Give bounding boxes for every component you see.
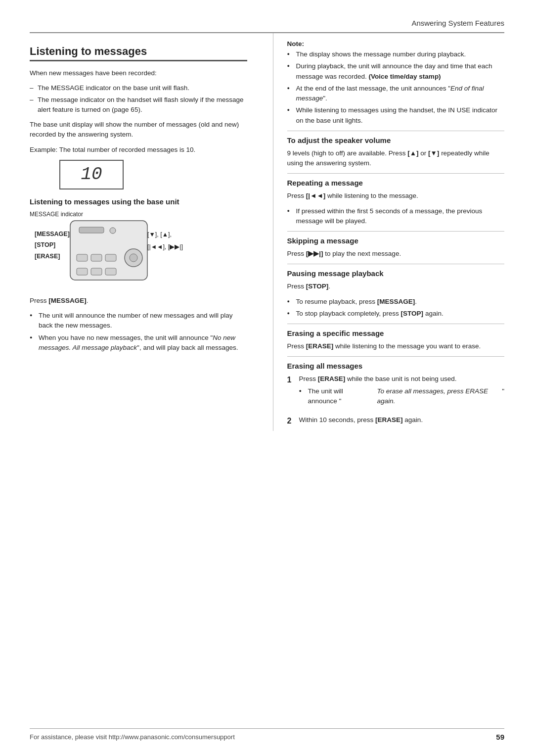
display-value: 10 xyxy=(81,164,102,185)
step-1-content: Press [ERASE] while the base unit is not… xyxy=(299,374,505,411)
skipping-title: Skipping a message xyxy=(287,236,505,245)
svg-rect-5 xyxy=(105,254,116,261)
divider xyxy=(287,231,505,232)
footer-text: For assistance, please visit http://www.… xyxy=(30,733,235,741)
svg-rect-4 xyxy=(91,254,102,261)
speaker-title: To adjust the speaker volume xyxy=(287,136,505,144)
circle-list: The unit will announce the number of new… xyxy=(30,311,247,353)
pausing-title: Pausing message playback xyxy=(287,269,505,278)
repeating-title: Repeating a message xyxy=(287,179,505,187)
label-nav: [▼], [▲], xyxy=(147,229,183,241)
subsection-title: Listening to messages using the base uni… xyxy=(30,197,247,206)
svg-rect-9 xyxy=(91,268,102,275)
erasing-step-1: 1 Press [ERASE] while the base unit is n… xyxy=(287,374,505,411)
header-title: Answering System Features xyxy=(411,19,504,27)
label-erase: [ERASE] xyxy=(35,251,70,262)
svg-rect-10 xyxy=(105,268,116,275)
device-svg xyxy=(69,220,148,286)
divider xyxy=(287,324,505,324)
list-item: The unit will announce the number of new… xyxy=(30,311,247,331)
bullet-list: The MESSAGE indicator on the base unit w… xyxy=(30,83,247,115)
step-1-bullets: The unit will announce "To erase all mes… xyxy=(299,386,505,407)
repeating-text: Press [|◄◄] while listening to the messa… xyxy=(287,191,505,201)
step-num-2: 2 xyxy=(287,415,295,427)
divider xyxy=(287,173,505,174)
intro-para-3: Example: The total number of recorded me… xyxy=(30,145,247,155)
right-column: Note: The display shows the message numb… xyxy=(273,33,505,431)
svg-point-2 xyxy=(110,228,116,234)
left-column: Listening to messages When new messages … xyxy=(30,33,257,431)
repeating-bullet-1: If pressed within the first 5 seconds of… xyxy=(287,206,505,227)
divider xyxy=(287,264,505,264)
note-item-1: The display shows the message number dur… xyxy=(287,49,505,59)
svg-rect-8 xyxy=(77,268,88,275)
label-stop: [STOP] xyxy=(35,239,70,251)
step-num-1: 1 xyxy=(287,374,295,411)
page-header: Answering System Features xyxy=(0,0,534,32)
erasing-all-list: 1 Press [ERASE] while the base unit is n… xyxy=(287,374,505,427)
note-label: Note: xyxy=(287,40,505,47)
step-1-bullet: The unit will announce "To erase all mes… xyxy=(299,386,505,407)
svg-point-7 xyxy=(130,254,137,262)
erasing-specific-title: Erasing a specific message xyxy=(287,329,505,337)
note-list: The display shows the message number dur… xyxy=(287,49,505,126)
note-item-2: During playback, the unit will announce … xyxy=(287,61,505,82)
press-message: Press [MESSAGE]. xyxy=(30,296,247,306)
pausing-bullets: To resume playback, press [MESSAGE]. To … xyxy=(287,297,505,319)
main-content: Listening to messages When new messages … xyxy=(0,33,534,431)
page-number: 59 xyxy=(496,733,504,741)
svg-rect-1 xyxy=(79,227,104,233)
svg-rect-3 xyxy=(77,254,88,261)
label-nav2: [|◄◄], [▶▶|] xyxy=(147,241,183,253)
skipping-text: Press [▶▶|] to play the next message. xyxy=(287,249,505,259)
divider xyxy=(287,131,505,131)
erasing-step-2: 2 Within 10 seconds, press [ERASE] again… xyxy=(287,415,505,427)
list-item: The message indicator on the handset wil… xyxy=(30,95,247,115)
note-item-3: At the end of the last message, the unit… xyxy=(287,84,505,104)
page-footer: For assistance, please visit http://www.… xyxy=(30,728,504,741)
intro-para-2: The base unit display will show the numb… xyxy=(30,120,247,140)
note-item-4: While listening to messages using the ha… xyxy=(287,105,505,126)
page-container: Answering System Features Listening to m… xyxy=(0,0,534,756)
pausing-text: Press [STOP]. xyxy=(287,282,505,291)
step-1-text: Press [ERASE] while the base unit is not… xyxy=(299,375,457,382)
message-label: [MESSAGE] xyxy=(48,297,87,304)
list-item: The MESSAGE indicator on the base unit w… xyxy=(30,83,247,93)
display-box: 10 xyxy=(59,160,124,189)
device-area: MESSAGE indicator [MESSAGE] [STOP] [ERAS… xyxy=(30,211,247,289)
repeating-bullets: If pressed within the first 5 seconds of… xyxy=(287,206,505,227)
pausing-bullet-2: To stop playback completely, press [STOP… xyxy=(287,309,505,319)
divider xyxy=(287,356,505,357)
section-title: Listening to messages xyxy=(30,45,247,61)
intro-para-1: When new messages have been recorded: xyxy=(30,68,247,78)
pausing-bullet-1: To resume playback, press [MESSAGE]. xyxy=(287,297,505,307)
message-indicator-label: MESSAGE indicator xyxy=(30,211,247,218)
list-item: When you have no new messages, the unit … xyxy=(30,333,247,353)
erasing-all-title: Erasing all messages xyxy=(287,362,505,370)
speaker-text: 9 levels (high to off) are available. Pr… xyxy=(287,148,505,169)
label-message: [MESSAGE] xyxy=(35,229,70,240)
erasing-specific-text: Press [ERASE] while listening to the mes… xyxy=(287,341,505,351)
step-2-content: Within 10 seconds, press [ERASE] again. xyxy=(299,415,423,427)
